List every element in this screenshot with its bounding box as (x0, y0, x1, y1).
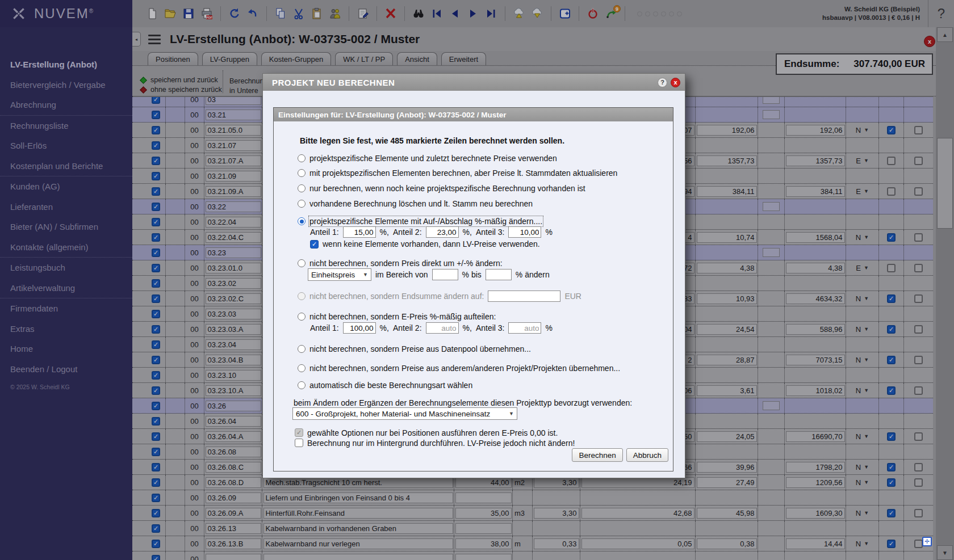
chevron-down-icon: ▼ (504, 411, 514, 416)
anteil1-input[interactable] (343, 226, 376, 238)
split2-input[interactable] (426, 322, 459, 334)
background-only-checkbox[interactable] (295, 439, 303, 447)
radio-option-8[interactable] (298, 313, 306, 321)
chevron-down-icon: ▼ (358, 272, 368, 277)
option-8-label: nicht berechnen, sondern E-Preis %-mäßig… (309, 312, 496, 321)
anteil3-input[interactable] (508, 226, 541, 238)
endsumme-input[interactable] (488, 290, 560, 302)
radio-option-10[interactable] (298, 364, 306, 372)
settings-groupbox: Einstellungen für: LV-Erstellung (Anbot)… (273, 107, 673, 471)
dialog-help-icon[interactable]: ? (658, 78, 667, 87)
option-5-label: projektspezifische Elemente mit Auf-/Abs… (309, 217, 542, 226)
split3-input[interactable] (508, 322, 541, 334)
anteil1-label: Anteil 1: (310, 323, 339, 332)
pct-label: %, (463, 228, 472, 237)
dialog-title: PROJEKT NEU BERECHNEN (272, 78, 654, 87)
option-7-label: nicht berechnen, sondern Endsumme ändern… (309, 292, 484, 301)
pct-label: %, (380, 228, 389, 237)
anteil2-label: Anteil 2: (393, 228, 422, 237)
option-6-label: nicht berechnen, sondern Preis direkt um… (309, 259, 503, 268)
recalculate-dialog: PROJEKT NEU BERECHNEN ? x Einstellungen … (262, 73, 685, 478)
settings-groupbox-title: Einstellungen für: LV-Erstellung (Anbot)… (274, 108, 673, 121)
radio-option-4[interactable] (298, 200, 306, 208)
anteil1-label: Anteil 1: (310, 228, 339, 237)
radio-option-2[interactable] (298, 169, 306, 177)
split1-input[interactable] (343, 322, 376, 334)
background-only-label: Berechnung nur im Hintergrund durchführe… (307, 439, 575, 448)
radio-option-11[interactable] (298, 381, 306, 389)
pct-label: %, (463, 323, 472, 332)
im-bereich-label: im Bereich von (375, 270, 428, 279)
use-lv-prices-checkbox[interactable]: ✓ (310, 240, 319, 249)
anteil2-label: Anteil 2: (393, 323, 422, 332)
projekttyp-label: beim Ändern oder Ergänzen der Berechnung… (294, 397, 632, 409)
price-type-select[interactable]: Einheitspreis ▼ (308, 268, 371, 281)
option-9-label: nicht berechnen, sondern Preise aus Date… (309, 344, 531, 353)
berechnen-button[interactable]: Berechnen (572, 448, 622, 462)
projekttyp-value: 600 - Großprojekt, hoher Material- und M… (296, 410, 490, 418)
price-type-value: Einheitspreis (311, 271, 355, 279)
abbruch-button[interactable]: Abbruch (626, 448, 668, 462)
radio-option-6[interactable] (298, 259, 306, 267)
anteil3-label: Anteil 3: (476, 323, 505, 332)
only-zero-eprice-checkbox[interactable]: ✓ (295, 428, 303, 437)
radio-option-9[interactable] (298, 345, 306, 353)
anteil3-label: Anteil 3: (476, 228, 505, 237)
radio-option-5-selected[interactable] (298, 217, 306, 225)
eur-label: EUR (564, 292, 581, 301)
option-10-label: nicht berechnen, sondern Preise aus ande… (309, 364, 620, 373)
anteil2-input[interactable] (426, 226, 459, 238)
pct-label: %, (380, 323, 389, 332)
dialog-intro: Bitte legen Sie fest, wie 485 markierte … (300, 135, 564, 146)
floating-add-icon[interactable]: ✛ (922, 537, 932, 546)
range-to-input[interactable] (486, 269, 512, 280)
only-zero-eprice-label: gewählte Optionen nur bei Positionen aus… (307, 428, 558, 437)
projekttyp-select[interactable]: 600 - Großprojekt, hoher Material- und M… (292, 407, 517, 420)
option-11-label: automatisch die beste Berechnungsart wäh… (309, 381, 472, 390)
radio-option-3[interactable] (298, 184, 306, 192)
option-4-label: vorhandene Berechnung löschen und lt. St… (309, 199, 533, 208)
radio-option-7-disabled[interactable] (298, 292, 306, 300)
pct-label: % (545, 228, 552, 237)
radio-option-1[interactable] (298, 154, 306, 162)
option-2-label: mit projektspezifischen Elementen berech… (309, 169, 617, 178)
pct-aendern-label: % ändern (516, 270, 550, 279)
option-1-label: projektspezifische Elemente und zuletzt … (309, 154, 557, 163)
pct-bis-label: % bis (462, 270, 482, 279)
dialog-titlebar: PROJEKT NEU BERECHNEN ? x (263, 74, 685, 91)
range-from-input[interactable] (432, 269, 458, 280)
use-lv-prices-label: wenn keine Elemente vorhanden, dann LV-P… (323, 239, 540, 249)
pct-label: % (545, 323, 552, 332)
option-3-label: nur berechnen, wenn noch keine projektsp… (309, 184, 585, 193)
dialog-close-icon[interactable]: x (671, 78, 680, 87)
